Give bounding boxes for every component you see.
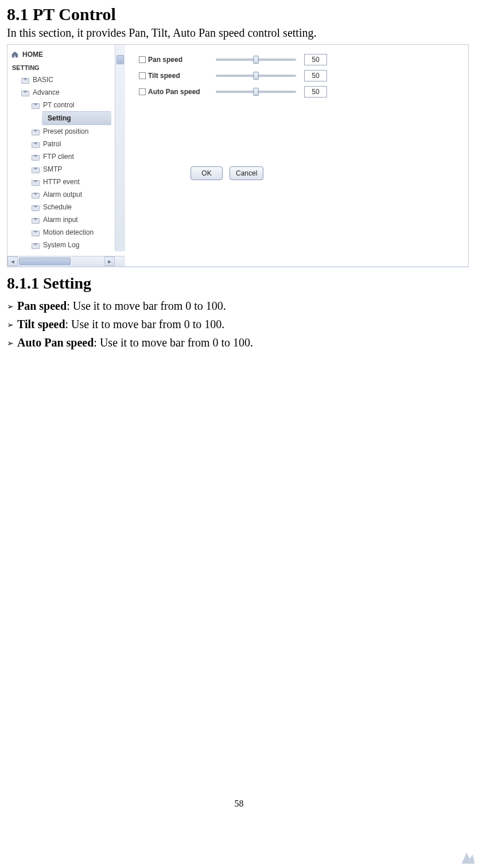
pan-speed-slider[interactable] — [216, 59, 296, 61]
pan-speed-label: Pan speed — [148, 56, 182, 64]
folder-icon — [32, 178, 40, 186]
tilt-speed-slider-thumb[interactable] — [253, 72, 259, 80]
cancel-button[interactable]: Cancel — [230, 166, 263, 180]
autopan-speed-value[interactable]: 50 — [304, 86, 327, 98]
nav-setting-item[interactable]: Setting — [42, 111, 111, 125]
folder-icon — [32, 153, 40, 161]
nav-basic[interactable]: BASIC — [7, 73, 115, 86]
scroll-right-arrow-icon[interactable]: ► — [104, 256, 115, 266]
vertical-scrollbar[interactable] — [115, 45, 125, 251]
pan-speed-value[interactable]: 50 — [304, 54, 327, 65]
nav-http-event-label: HTTP event — [43, 178, 80, 186]
nav-http-event[interactable]: HTTP event — [7, 176, 115, 188]
tilt-speed-slider[interactable] — [216, 75, 296, 77]
nav-alarm-input-label: Alarm input — [43, 216, 78, 224]
intro-text: In this section, it provides Pan, Tilt, … — [7, 26, 471, 40]
nav-alarm-input[interactable]: Alarm input — [7, 213, 115, 226]
nav-patrol-label: Patrol — [43, 140, 61, 148]
button-row: OK Cancel — [191, 166, 454, 180]
nav-alarm-output[interactable]: Alarm output — [7, 188, 115, 201]
nav-smtp-label: SMTP — [43, 165, 62, 173]
bullet-autopan-speed-text: : Use it to move bar from 0 to 100. — [94, 336, 253, 349]
bullet-pan-speed: ➢ Pan speed: Use it to move bar from 0 t… — [7, 299, 471, 314]
nav-ftp-client-label: FTP client — [43, 153, 74, 161]
bullet-tilt-speed: ➢ Tilt speed: Use it to move bar from 0 … — [7, 318, 471, 333]
nav-advance-label: Advance — [33, 88, 60, 96]
tilt-speed-value[interactable]: 50 — [304, 70, 327, 81]
folder-icon — [32, 190, 40, 198]
nav-home[interactable]: HOME — [7, 48, 115, 61]
folder-icon — [21, 76, 29, 84]
nav-alarm-output-label: Alarm output — [43, 190, 82, 198]
folder-icon — [32, 127, 40, 135]
page-heading: 8.1 PT Control — [7, 5, 471, 24]
bullet-tilt-speed-text: : Use it to move bar from 0 to 100. — [65, 318, 225, 330]
main-panel: Pan speed 50 Tilt speed 50 Auto Pan spee… — [125, 45, 468, 266]
vertical-scrollbar-thumb[interactable] — [116, 55, 124, 64]
nav-home-label: HOME — [22, 50, 43, 59]
nav-pt-control[interactable]: PT control — [7, 99, 115, 111]
bullet-pan-speed-text: : Use it to move bar from 0 to 100. — [67, 299, 226, 312]
folder-icon — [32, 101, 40, 109]
nav-pt-control-label: PT control — [43, 101, 74, 109]
folder-icon — [32, 228, 40, 236]
subheading: 8.1.1 Setting — [7, 274, 471, 293]
nav-smtp[interactable]: SMTP — [7, 163, 115, 176]
autopan-speed-slider-thumb[interactable] — [253, 88, 259, 96]
autopan-speed-row: Auto Pan speed 50 — [139, 86, 454, 98]
settings-screenshot: HOME SETTING BASIC Advance PT control Se… — [7, 44, 469, 267]
sidebar: HOME SETTING BASIC Advance PT control Se… — [7, 45, 125, 266]
nav-setting-heading: SETTING — [7, 61, 115, 73]
ok-button[interactable]: OK — [191, 166, 223, 180]
bullet-autopan-speed-term: Auto Pan speed — [17, 336, 94, 349]
nav-advance[interactable]: Advance — [7, 86, 115, 99]
tilt-speed-label: Tilt speed — [148, 72, 180, 80]
folder-icon — [32, 216, 40, 224]
nav-system-log-label: System Log — [43, 241, 79, 249]
bullet-icon: ➢ — [7, 318, 14, 333]
nav-preset-position[interactable]: Preset position — [7, 125, 115, 138]
bullet-icon: ➢ — [7, 336, 14, 351]
folder-icon — [32, 140, 40, 148]
nav-schedule-label: Schedule — [43, 203, 72, 211]
checkbox-icon[interactable] — [139, 56, 146, 63]
folder-icon — [21, 88, 29, 96]
bullet-autopan-speed: ➢ Auto Pan speed: Use it to move bar fro… — [7, 336, 471, 351]
nav-setting-item-label: Setting — [48, 114, 71, 122]
nav-ftp-client[interactable]: FTP client — [7, 150, 115, 163]
folder-icon — [32, 203, 40, 211]
nav-motion-detection-label: Motion detection — [43, 228, 94, 236]
home-icon — [11, 50, 19, 59]
horizontal-scrollbar[interactable]: ◄ ► — [7, 256, 125, 266]
bullet-pan-speed-term: Pan speed — [17, 299, 67, 312]
scroll-left-arrow-icon[interactable]: ◄ — [7, 256, 18, 266]
nav-patrol[interactable]: Patrol — [7, 138, 115, 150]
folder-icon — [32, 165, 40, 173]
nav-schedule[interactable]: Schedule — [7, 201, 115, 213]
bullet-icon: ➢ — [7, 299, 14, 314]
checkbox-icon[interactable] — [139, 72, 146, 79]
nav-basic-label: BASIC — [33, 76, 53, 84]
autopan-speed-slider[interactable] — [216, 91, 296, 93]
folder-icon — [32, 241, 40, 249]
pan-speed-slider-thumb[interactable] — [253, 56, 259, 64]
nav-preset-position-label: Preset position — [43, 127, 88, 135]
nav-system-log[interactable]: System Log — [7, 239, 115, 251]
nav-motion-detection[interactable]: Motion detection — [7, 226, 115, 239]
pan-speed-row: Pan speed 50 — [139, 54, 454, 65]
page-number: 58 — [7, 799, 471, 809]
autopan-speed-label: Auto Pan speed — [148, 88, 200, 96]
horizontal-scrollbar-thumb[interactable] — [19, 258, 71, 265]
checkbox-icon[interactable] — [139, 88, 146, 95]
bullet-tilt-speed-term: Tilt speed — [17, 318, 65, 330]
tilt-speed-row: Tilt speed 50 — [139, 70, 454, 81]
